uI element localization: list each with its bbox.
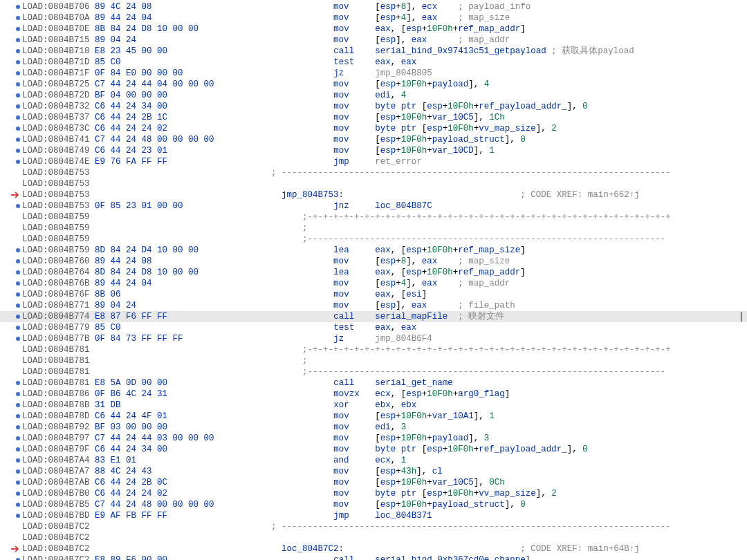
- disasm-row[interactable]: LOAD:0804B759 ;-------------------------…: [0, 234, 747, 245]
- register: eax: [422, 278, 438, 289]
- hex-bytes: 8D 84 24 D4 10 00 00: [95, 245, 199, 256]
- gutter: [0, 433, 22, 444]
- disasm-row[interactable]: LOAD:0804B7AB C6 44 24 2B 0C mov [esp+10…: [0, 477, 747, 488]
- mnemonic: mov: [333, 289, 349, 300]
- svg-point-21: [16, 304, 20, 308]
- gutter: [0, 90, 22, 101]
- gutter: [0, 521, 22, 532]
- disassembly-listing[interactable]: LOAD:0804B706 89 4C 24 08 mov [esp+8], e…: [0, 0, 747, 560]
- disasm-row[interactable]: LOAD:0804B759 ;-+-+-+-+-+-+-+-+-+-+-+-+-…: [0, 212, 747, 223]
- disasm-row[interactable]: LOAD:0804B753 0F 85 23 01 00 00 jnz loc_…: [0, 200, 747, 212]
- hex-bytes: 89 4C 24 08: [95, 1, 152, 12]
- disasm-row[interactable]: LOAD:0804B7B0 C6 44 24 24 02 mov byte pt…: [0, 488, 747, 499]
- register: byte ptr: [375, 101, 416, 112]
- disasm-row[interactable]: LOAD:0804B759 ;: [0, 223, 747, 234]
- disasm-row[interactable]: LOAD:0804B749 C6 44 24 23 01 mov [esp+10…: [0, 145, 747, 156]
- disasm-row[interactable]: LOAD:0804B718 E8 23 45 00 00 call serial…: [0, 46, 747, 57]
- disasm-row[interactable]: LOAD:0804B79F C6 44 24 34 00 mov byte pt…: [0, 444, 747, 455]
- address: LOAD:0804B70A: [22, 12, 90, 24]
- disasm-row[interactable]: LOAD:0804B74E E9 76 FA FF FF jmp ret_err…: [0, 156, 747, 167]
- hex-bytes: C7 44 24 44 03 00 00 00: [95, 433, 214, 444]
- mnemonic: jmp: [333, 510, 349, 521]
- disasm-row[interactable]: LOAD:0804B781 ;-------------------------…: [0, 366, 747, 377]
- disasm-row[interactable]: LOAD:0804B76F 8B 06 mov eax, [esi]: [0, 289, 747, 300]
- gutter: [0, 477, 22, 488]
- comment: ; map_size: [437, 256, 510, 267]
- disasm-row[interactable]: LOAD:0804B715 89 04 24 mov [esp], eax ; …: [0, 35, 747, 46]
- register: esp: [406, 24, 422, 35]
- disasm-row[interactable]: LOAD:0804B725 C7 44 24 44 04 00 00 00 mo…: [0, 79, 747, 90]
- disasm-row[interactable]: LOAD:0804B73C C6 44 24 24 02 mov byte pt…: [0, 123, 747, 134]
- disasm-row[interactable]: LOAD:0804B781 ;-+-+-+-+-+-+-+-+-+-+-+-+-…: [0, 344, 747, 355]
- address: LOAD:0804B759: [22, 212, 90, 223]
- disasm-row[interactable]: LOAD:0804B7C2: [0, 532, 747, 543]
- hex-bytes: 85 C0: [95, 322, 121, 333]
- hex-bytes: C6 44 24 34 00: [95, 101, 167, 112]
- disasm-row[interactable]: LOAD:0804B7C2 E8 89 F6 00 00 call serial…: [0, 554, 747, 560]
- symbol: vv_map_size: [479, 123, 536, 134]
- disasm-row[interactable]: LOAD:0804B76B 89 44 24 04 mov [esp+4], e…: [0, 278, 747, 289]
- hex-bytes: 89 44 24 04: [95, 12, 152, 24]
- disasm-row[interactable]: LOAD:0804B781 E8 5A 0D 00 00 call serial…: [0, 377, 747, 389]
- disasm-row[interactable]: LOAD:0804B786 0F B6 4C 24 31 movzx ecx, …: [0, 389, 747, 400]
- disasm-row[interactable]: LOAD:0804B771 89 04 24 mov [esp], eax ; …: [0, 300, 747, 311]
- address: LOAD:0804B78D: [22, 411, 90, 422]
- disasm-row[interactable]: LOAD:0804B737 C6 44 24 2B 1C mov [esp+10…: [0, 112, 747, 123]
- disasm-row[interactable]: LOAD:0804B797 C7 44 24 44 03 00 00 00 mo…: [0, 433, 747, 444]
- disasm-row[interactable]: LOAD:0804B7C2 loc_804B7C2: ; CODE XREF: …: [0, 543, 747, 554]
- svg-point-6: [16, 71, 20, 75]
- disasm-row[interactable]: LOAD:0804B753 jmp_804B753: ; CODE XREF: …: [0, 189, 747, 200]
- gutter: [0, 444, 22, 455]
- address: LOAD:0804B753: [22, 189, 90, 200]
- address: LOAD:0804B792: [22, 422, 90, 433]
- disasm-row[interactable]: LOAD:0804B7BD E9 AF FB FF FF jmp loc_804…: [0, 510, 747, 521]
- disasm-row[interactable]: LOAD:0804B7A7 88 4C 24 43 mov [esp+43h],…: [0, 466, 747, 477]
- disasm-row[interactable]: LOAD:0804B774 E8 87 F6 FF FF call serial…: [0, 311, 747, 322]
- address: LOAD:0804B753: [22, 200, 90, 212]
- svg-point-24: [16, 337, 20, 341]
- disasm-row[interactable]: LOAD:0804B71F 0F 84 E0 00 00 00 jz jmp_8…: [0, 68, 747, 79]
- disasm-row[interactable]: LOAD:0804B78D C6 44 24 4F 01 mov [esp+10…: [0, 411, 747, 422]
- immediate: 10F0h: [401, 433, 427, 444]
- disasm-row[interactable]: LOAD:0804B7C2 ; ------------------------…: [0, 521, 747, 532]
- disasm-row[interactable]: LOAD:0804B70E 8B 84 24 D8 10 00 00 mov e…: [0, 24, 747, 35]
- immediate: 10F0h: [401, 112, 427, 123]
- register: esp: [380, 35, 396, 46]
- disasm-row[interactable]: LOAD:0804B7B5 C7 44 24 48 00 00 00 00 mo…: [0, 499, 747, 510]
- disasm-row[interactable]: LOAD:0804B71D 85 C0 test eax, eax: [0, 57, 747, 68]
- address: LOAD:0804B715: [22, 35, 90, 46]
- disasm-row[interactable]: LOAD:0804B78B 31 DB xor ebx, ebx: [0, 400, 747, 411]
- disasm-row[interactable]: LOAD:0804B764 8D 84 24 D8 10 00 00 lea e…: [0, 267, 747, 278]
- mnemonic: call: [333, 377, 354, 389]
- disasm-row[interactable]: LOAD:0804B706 89 4C 24 08 mov [esp+8], e…: [0, 1, 747, 12]
- register: esp: [380, 466, 396, 477]
- disasm-row[interactable]: LOAD:0804B741 C7 44 24 48 00 00 00 00 mo…: [0, 134, 747, 145]
- disasm-row[interactable]: LOAD:0804B70A 89 44 24 04 mov [esp+4], e…: [0, 12, 747, 24]
- svg-point-11: [16, 127, 20, 131]
- address: LOAD:0804B781: [22, 344, 90, 355]
- disasm-row[interactable]: LOAD:0804B72D BF 04 00 00 00 mov edi, 4: [0, 90, 747, 101]
- disasm-row[interactable]: LOAD:0804B753 ; ------------------------…: [0, 167, 747, 178]
- instruction-dot-icon: [15, 26, 21, 32]
- disasm-row[interactable]: LOAD:0804B779 85 C0 test eax, eax: [0, 322, 747, 333]
- disasm-row[interactable]: LOAD:0804B792 BF 03 00 00 00 mov edi, 3: [0, 422, 747, 433]
- svg-point-15: [16, 204, 20, 208]
- xref-in-arrow-icon: [11, 192, 21, 198]
- comment: ; map_addr: [437, 278, 510, 289]
- disasm-row[interactable]: LOAD:0804B753: [0, 178, 747, 189]
- gutter: [0, 333, 22, 344]
- disasm-row[interactable]: LOAD:0804B7A4 83 E1 01 and ecx, 1: [0, 455, 747, 466]
- disasm-row[interactable]: LOAD:0804B760 89 44 24 08 mov [esp+8], e…: [0, 256, 747, 267]
- instruction-dot-icon: [15, 37, 21, 43]
- immediate: 0: [520, 134, 526, 145]
- hex-bytes: 89 44 24 04: [95, 278, 152, 289]
- mnemonic: mov: [333, 499, 349, 510]
- disasm-row[interactable]: LOAD:0804B77B 0F 84 73 FF FF FF jz jmp_8…: [0, 333, 747, 344]
- comment: jmp_804B805: [375, 68, 432, 79]
- mnemonic: mov: [333, 256, 349, 267]
- svg-point-12: [16, 138, 20, 142]
- disasm-row[interactable]: LOAD:0804B759 8D 84 24 D4 10 00 00 lea e…: [0, 245, 747, 256]
- disasm-row[interactable]: LOAD:0804B732 C6 44 24 34 00 mov byte pt…: [0, 101, 747, 112]
- disasm-row[interactable]: LOAD:0804B781 ;: [0, 355, 747, 366]
- immediate: 8: [401, 256, 407, 267]
